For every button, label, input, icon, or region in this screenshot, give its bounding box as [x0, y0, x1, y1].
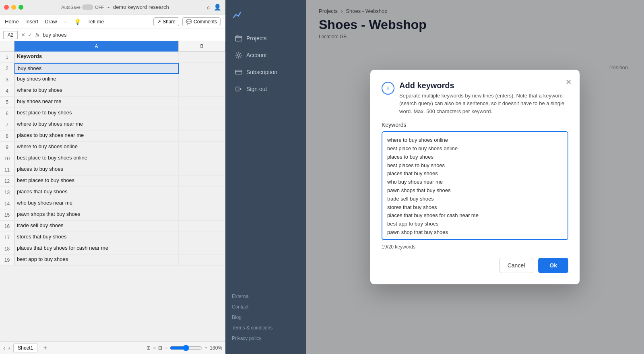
cell-b-14[interactable] [179, 198, 225, 209]
grid-icon[interactable]: ⊞ [147, 345, 151, 351]
row-number: 10 [0, 153, 14, 164]
row-number: 3 [0, 74, 14, 85]
zoom-out-icon[interactable]: − [165, 345, 167, 351]
cell-a-1[interactable]: Keywords [14, 52, 179, 62]
cancel-formula-icon[interactable]: ✕ [21, 32, 25, 38]
cell-b-11[interactable] [179, 164, 225, 175]
cell-reference[interactable]: A2 [3, 31, 18, 39]
cancel-button[interactable]: Cancel [499, 258, 534, 273]
ribbon-draw[interactable]: Draw [45, 19, 57, 25]
table-row: 1Keywords [0, 52, 225, 63]
table-row: 16trade sell buy shoes [0, 221, 225, 232]
row-number: 1 [0, 52, 14, 62]
cell-b-18[interactable] [179, 243, 225, 254]
title-bar-center: AutoSave OFF ··· demo keyword research [27, 4, 204, 10]
cell-b-1[interactable] [179, 52, 225, 62]
confirm-formula-icon[interactable]: ✓ [28, 32, 32, 38]
user-icon[interactable]: 👤 [214, 4, 221, 11]
cell-a-12[interactable]: best places to buy shoes [14, 176, 179, 186]
table-row: 11places to buy shoes [0, 164, 225, 176]
keywords-textarea[interactable] [382, 131, 568, 240]
cell-a-10[interactable]: best place to buy shoes online [14, 153, 179, 164]
next-sheet-icon[interactable]: › [8, 345, 10, 351]
row-number: 14 [0, 198, 14, 209]
cell-a-5[interactable]: buy shoes near me [14, 97, 179, 108]
ribbon-more[interactable]: ··· [64, 19, 68, 25]
cell-b-19[interactable] [179, 255, 225, 265]
prev-sheet-icon[interactable]: ‹ [3, 345, 5, 351]
column-a-header[interactable]: A [14, 41, 179, 52]
ribbon: Home Insert Draw ··· 💡 Tell me ↗ Share 💬… [0, 14, 225, 29]
cell-a-16[interactable]: trade sell buy shoes [14, 221, 179, 232]
cell-b-4[interactable] [179, 85, 225, 96]
dialog-description: Separate multiple keywords by new lines … [399, 92, 568, 116]
ok-button[interactable]: Ok [538, 258, 568, 273]
cell-a-11[interactable]: places to buy shoes [14, 164, 179, 175]
add-sheet-button[interactable]: + [41, 344, 49, 352]
sidebar-item-projects[interactable]: Projects [229, 31, 303, 46]
list-icon[interactable]: ≡ [153, 345, 156, 351]
ribbon-insert[interactable]: Insert [25, 19, 39, 25]
row-number: 13 [0, 187, 14, 198]
cell-a-8[interactable]: places to buy shoes near me [14, 130, 179, 141]
sidebar-item-signout[interactable]: Sign out [229, 81, 303, 97]
cell-a-14[interactable]: who buy shoes near me [14, 198, 179, 209]
cell-a-4[interactable]: where to buy shoes [14, 85, 179, 96]
maximize-button[interactable] [19, 5, 23, 10]
ribbon-tell-me[interactable]: Tell me [87, 19, 104, 25]
sidebar-privacy-link[interactable]: Privacy policy [232, 335, 299, 341]
cell-a-3[interactable]: buy shoes online [14, 74, 179, 85]
cell-a-13[interactable]: places that buy shoes [14, 187, 179, 198]
sheet-tab[interactable]: Sheet1 [13, 344, 37, 352]
cell-b-10[interactable] [179, 153, 225, 164]
table-row: 7where to buy shoes near me [0, 119, 225, 130]
cell-b-8[interactable] [179, 130, 225, 141]
cell-a-9[interactable]: where to buy shoes online [14, 142, 179, 153]
ribbon-home[interactable]: Home [5, 19, 19, 25]
svg-point-1 [237, 54, 240, 56]
sidebar-item-account[interactable]: Account [229, 48, 303, 63]
zoom-level: 180% [210, 345, 222, 351]
dialog-close-button[interactable]: ✕ [564, 76, 573, 88]
cell-b-6[interactable] [179, 108, 225, 119]
cell-b-5[interactable] [179, 97, 225, 108]
sidebar-contact-link[interactable]: Contact [232, 304, 299, 310]
sidebar-external-link[interactable]: External [232, 294, 299, 299]
cell-a-6[interactable]: best place to buy shoes [14, 108, 179, 119]
zoom-slider[interactable] [170, 345, 202, 351]
table-row: 19best app to buy shoes [0, 255, 225, 266]
window-buttons [4, 5, 23, 10]
sidebar-item-label: Account [246, 52, 267, 58]
cell-a-19[interactable]: best app to buy shoes [14, 255, 179, 265]
bottom-bar: ‹ › Sheet1 + ⊞ ≡ ⊟ − + 180% [0, 341, 225, 354]
cell-a-18[interactable]: places that buy shoes for cash near me [14, 243, 179, 254]
formula-controls: ✕ ✓ [21, 32, 32, 38]
cell-b-13[interactable] [179, 187, 225, 198]
cell-b-7[interactable] [179, 119, 225, 130]
sidebar-blog-link[interactable]: Blog [232, 315, 299, 320]
cell-b-12[interactable] [179, 176, 225, 186]
formula-input[interactable]: buy shoes [43, 32, 222, 38]
column-b-header[interactable]: B [179, 41, 225, 52]
cell-a-17[interactable]: stores that buy shoes [14, 232, 179, 243]
zoom-in-icon[interactable]: + [204, 345, 207, 351]
cell-b-17[interactable] [179, 232, 225, 243]
sidebar-item-subscription[interactable]: Subscription [229, 64, 303, 80]
more-options-button[interactable]: ··· [106, 4, 111, 10]
cell-a-7[interactable]: where to buy shoes near me [14, 119, 179, 130]
cell-b-16[interactable] [179, 221, 225, 232]
sidebar-terms-link[interactable]: Terms & conditions [232, 325, 299, 331]
cell-b-2[interactable] [179, 63, 225, 74]
share-button[interactable]: ↗ Share [153, 17, 179, 26]
close-button[interactable] [4, 5, 9, 10]
comments-button[interactable]: 💬 Comments [182, 17, 221, 26]
cell-b-9[interactable] [179, 142, 225, 153]
cell-b-15[interactable] [179, 209, 225, 220]
minimize-button[interactable] [11, 5, 16, 10]
cell-a-2[interactable]: buy shoes [14, 63, 179, 74]
layout-icon[interactable]: ⊟ [158, 345, 162, 351]
autosave-toggle[interactable] [82, 4, 93, 10]
cell-b-3[interactable] [179, 74, 225, 85]
search-icon[interactable]: ⌕ [207, 4, 211, 11]
cell-a-15[interactable]: pawn shops that buy shoes [14, 209, 179, 220]
